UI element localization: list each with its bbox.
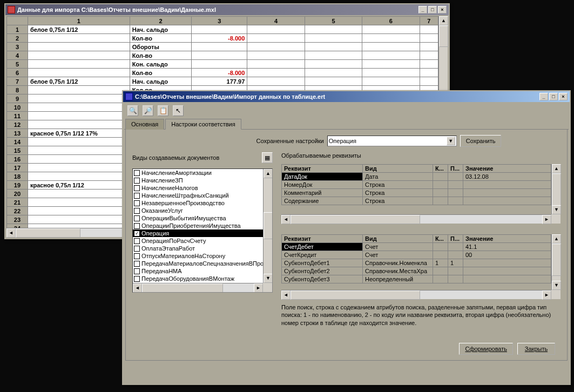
list-item[interactable]: ОплатаЭтапаРабот bbox=[133, 245, 263, 252]
cell[interactable] bbox=[362, 77, 420, 86]
cell[interactable] bbox=[28, 43, 130, 51]
grid2-hscroll[interactable]: ◄ ► bbox=[281, 290, 551, 299]
toolbar-btn-3[interactable]: 📋 bbox=[158, 105, 168, 116]
scroll-left-icon[interactable]: ◄ bbox=[281, 290, 291, 300]
grid-cell[interactable]: Счет bbox=[363, 243, 433, 251]
chevron-down-icon[interactable]: ▼ bbox=[447, 137, 455, 145]
grid-cell[interactable]: СчетКредит bbox=[282, 251, 363, 259]
row-header[interactable]: 6 bbox=[7, 69, 28, 77]
grid-header[interactable]: П... bbox=[448, 165, 463, 173]
minimize-button[interactable]: _ bbox=[539, 93, 548, 100]
row-header[interactable]: 13 bbox=[7, 129, 28, 138]
close-button[interactable]: × bbox=[559, 93, 568, 100]
cell[interactable] bbox=[362, 25, 420, 34]
scroll-right-icon[interactable]: ► bbox=[542, 215, 551, 224]
column-header[interactable]: 6 bbox=[362, 17, 420, 25]
cell[interactable]: Кол-во bbox=[130, 34, 191, 43]
grid-cell[interactable]: Справочник.Номенкла bbox=[363, 259, 433, 267]
maximize-button[interactable]: □ bbox=[549, 93, 558, 100]
column-header[interactable]: 1 bbox=[28, 17, 130, 25]
cell[interactable]: Кон. сальдо bbox=[130, 60, 191, 69]
row-header[interactable]: 2 bbox=[7, 34, 28, 43]
grid-header[interactable]: Вид bbox=[363, 165, 433, 173]
row-header[interactable]: 21 bbox=[7, 198, 28, 207]
scroll-thumb[interactable] bbox=[291, 290, 420, 300]
list-item[interactable]: ПередачаОборудованияВМонтаж bbox=[133, 275, 263, 282]
cell[interactable]: белое 0,75л 1/12 bbox=[28, 77, 130, 86]
cell[interactable] bbox=[247, 51, 305, 60]
cell[interactable] bbox=[362, 34, 420, 43]
cell[interactable] bbox=[247, 69, 305, 77]
toolbar-btn-4[interactable]: ↖ bbox=[173, 105, 184, 116]
grid-cell[interactable] bbox=[448, 275, 463, 283]
cell[interactable] bbox=[362, 43, 420, 51]
cell[interactable] bbox=[247, 60, 305, 69]
column-header[interactable]: 5 bbox=[305, 17, 362, 25]
grid-cell[interactable] bbox=[463, 267, 551, 275]
grid-cell[interactable] bbox=[433, 267, 448, 275]
cell[interactable]: 177.97 bbox=[192, 77, 247, 86]
cell[interactable] bbox=[247, 77, 305, 86]
form-button[interactable]: Сформировать bbox=[459, 343, 513, 355]
cell[interactable] bbox=[420, 34, 438, 43]
column-header[interactable]: 4 bbox=[247, 17, 305, 25]
row-header[interactable]: 9 bbox=[7, 94, 28, 103]
cell[interactable]: -8.000 bbox=[192, 34, 247, 43]
grid-cell[interactable]: 41.1 bbox=[463, 243, 551, 251]
cell[interactable] bbox=[28, 112, 130, 120]
cell[interactable] bbox=[247, 25, 305, 34]
row-header[interactable]: 12 bbox=[7, 120, 28, 129]
cell[interactable]: белое 0,75л 1/12 bbox=[28, 25, 130, 34]
grid-cell[interactable]: СубконтоДебет2 bbox=[282, 267, 363, 275]
cell[interactable] bbox=[28, 120, 130, 129]
cell[interactable] bbox=[305, 25, 362, 34]
row-header[interactable]: 18 bbox=[7, 172, 28, 181]
scroll-left-icon[interactable]: ◄ bbox=[281, 215, 291, 224]
row-header[interactable]: 7 bbox=[7, 77, 28, 86]
scroll-thumb[interactable] bbox=[291, 215, 420, 224]
doc-types-listbox[interactable]: НачислениеАмортизацииНачислениеЗПНачисле… bbox=[132, 168, 273, 293]
scroll-thumb[interactable] bbox=[552, 244, 561, 276]
cell[interactable] bbox=[28, 103, 130, 112]
checkbox-icon[interactable] bbox=[134, 185, 140, 191]
checkbox-icon[interactable] bbox=[134, 223, 140, 229]
cell[interactable] bbox=[28, 198, 130, 207]
checkbox-icon[interactable] bbox=[134, 238, 140, 244]
grid-cell[interactable] bbox=[433, 189, 448, 197]
tab-main[interactable]: Основная bbox=[125, 119, 164, 130]
grid-cell[interactable]: 03.12.08 bbox=[463, 173, 551, 181]
grid-cell[interactable] bbox=[448, 197, 463, 205]
grid-cell[interactable] bbox=[448, 267, 463, 275]
grid-cell[interactable]: Содержание bbox=[282, 197, 363, 205]
grid-cell[interactable]: СубконтоДебет1 bbox=[282, 259, 363, 267]
grid-cell[interactable] bbox=[448, 251, 463, 259]
grid1-hscroll[interactable]: ◄ ► bbox=[281, 214, 551, 224]
grid-cell[interactable] bbox=[433, 181, 448, 189]
checkbox-icon[interactable] bbox=[134, 261, 140, 267]
list-item[interactable]: НачислениеАмортизации bbox=[133, 169, 263, 177]
list-item[interactable]: ОтпускМатериаловНаСторону bbox=[133, 252, 263, 260]
checkbox-icon[interactable] bbox=[134, 253, 140, 259]
grid-cell[interactable] bbox=[433, 243, 448, 251]
cell[interactable] bbox=[305, 34, 362, 43]
grid-cell[interactable]: Строка bbox=[363, 181, 433, 189]
list-item[interactable]: ОказаниеУслуг bbox=[133, 207, 263, 214]
row-header[interactable]: 4 bbox=[7, 51, 28, 60]
scroll-up-icon[interactable]: ▲ bbox=[439, 16, 448, 25]
column-header[interactable]: 2 bbox=[130, 17, 191, 25]
list-hscroll[interactable]: ◄ ► bbox=[133, 283, 263, 292]
cell[interactable]: Нач. сальдо bbox=[130, 77, 191, 86]
list-item[interactable]: НезавершенноеПроизводство bbox=[133, 199, 263, 207]
grid-cell[interactable] bbox=[448, 173, 463, 181]
grid-header[interactable]: П... bbox=[448, 235, 463, 243]
checkbox-icon[interactable] bbox=[134, 215, 140, 221]
cell[interactable]: Кол-во bbox=[130, 69, 191, 77]
scroll-up-icon[interactable]: ▲ bbox=[552, 164, 561, 173]
cell[interactable] bbox=[28, 34, 130, 43]
grid-cell[interactable]: Строка bbox=[363, 197, 433, 205]
row-header[interactable]: 23 bbox=[7, 215, 28, 224]
list-item[interactable]: ПередачаНМА bbox=[133, 267, 263, 275]
grid-cell[interactable] bbox=[463, 181, 551, 189]
cell[interactable] bbox=[28, 172, 130, 181]
grid-cell[interactable]: Неопределенный bbox=[363, 275, 433, 283]
